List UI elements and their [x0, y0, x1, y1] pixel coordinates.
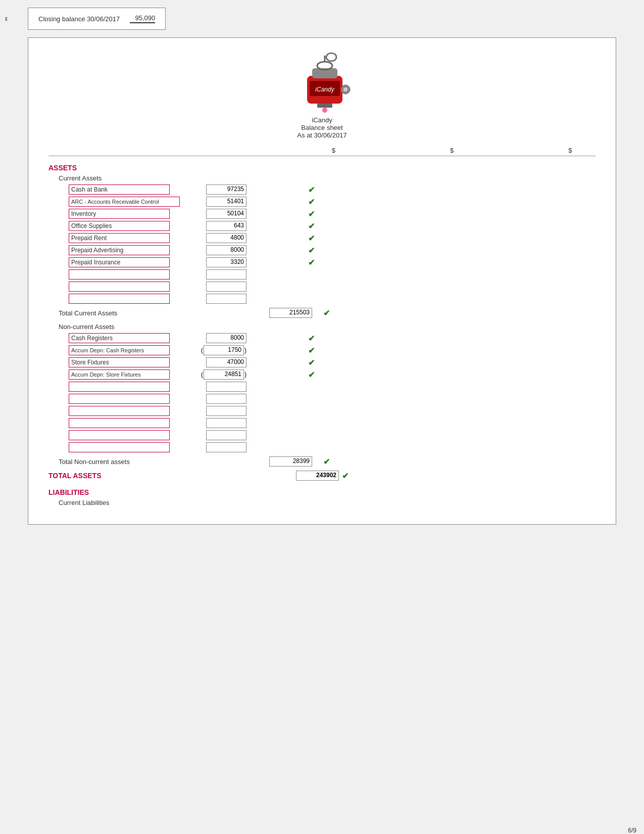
- table-row: ( 1750 ) ✔: [48, 345, 596, 355]
- total-assets-amount[interactable]: 243902: [296, 471, 339, 481]
- col-header-1: $: [308, 147, 359, 154]
- check-total-nc: ✔: [323, 457, 330, 466]
- item-label-input-5[interactable]: [69, 245, 170, 255]
- total-current-assets-label: Total Current Assets: [59, 309, 220, 317]
- current-liabilities-label: Current Liabilities: [59, 499, 596, 506]
- empty-nc-2[interactable]: [69, 394, 170, 404]
- amount-6[interactable]: 3320: [206, 257, 246, 267]
- col-header-2: $: [427, 147, 477, 154]
- page-number-left: ε: [5, 15, 8, 22]
- amount-1[interactable]: 51401: [206, 197, 246, 207]
- nc-amount-1[interactable]: 1750: [204, 345, 244, 355]
- table-row-empty: [48, 394, 596, 404]
- empty-nc-1[interactable]: [69, 382, 170, 392]
- col-header-label: [48, 147, 240, 154]
- table-row: 4800 ✔: [48, 233, 596, 243]
- total-assets-row: TOTAL ASSETS 243902 ✔: [48, 471, 596, 481]
- company-info: iCandy Balance sheet As at 30/06/2017: [297, 116, 346, 139]
- table-row: 3320 ✔: [48, 257, 596, 267]
- nc-label-2[interactable]: [69, 357, 170, 367]
- empty-amount-ca-2[interactable]: [206, 282, 246, 292]
- check-nc-0: ✔: [308, 334, 315, 343]
- amount-5[interactable]: 8000: [206, 245, 246, 255]
- liabilities-header: LIABILITIES: [48, 488, 596, 496]
- svg-point-10: [322, 108, 327, 113]
- svg-text:iCandy: iCandy: [315, 86, 334, 93]
- table-row-empty: [48, 294, 596, 304]
- liabilities-section: LIABILITIES Current Liabilities: [48, 488, 596, 506]
- item-label-input-4[interactable]: [69, 233, 170, 243]
- table-row: 8000 ✔: [48, 245, 596, 255]
- amount-2[interactable]: 50104: [206, 209, 246, 219]
- empty-nc-6[interactable]: [69, 442, 170, 452]
- empty-input-ca-1[interactable]: [69, 269, 170, 280]
- empty-amount-ca-3[interactable]: [206, 294, 246, 304]
- check-4: ✔: [308, 234, 315, 243]
- item-label-input-3[interactable]: [69, 221, 170, 231]
- table-row: 643 ✔: [48, 221, 596, 231]
- non-current-assets-label: Non-current Assets: [59, 323, 596, 331]
- check-nc-1: ✔: [308, 346, 315, 355]
- check-1: ✔: [308, 198, 315, 206]
- table-row-empty: [48, 382, 596, 392]
- check-total-ca: ✔: [323, 309, 330, 317]
- balance-sheet-card: iCandy: [28, 37, 616, 525]
- table-row: ( 24851 ) ✔: [48, 369, 596, 380]
- item-label-input-2[interactable]: [69, 209, 170, 219]
- closing-balance-section: Closing balance 30/06/2017 95,090: [28, 8, 616, 30]
- column-headers: $ $ $: [48, 147, 596, 156]
- table-row: 47000 ✔: [48, 357, 596, 367]
- item-label-input-6[interactable]: [69, 257, 170, 267]
- nc-amount-0[interactable]: 8000: [206, 333, 246, 343]
- empty-nc-5[interactable]: [69, 430, 170, 440]
- empty-input-ca-2[interactable]: [69, 282, 170, 292]
- empty-nc-amount-6[interactable]: [206, 442, 246, 452]
- nc-amount-2[interactable]: 47000: [206, 357, 246, 367]
- check-nc-3: ✔: [308, 370, 315, 379]
- svg-point-8: [343, 87, 348, 91]
- total-non-current-amount[interactable]: 28399: [269, 456, 312, 467]
- check-6: ✔: [308, 258, 315, 267]
- check-2: ✔: [308, 210, 315, 218]
- empty-nc-3[interactable]: [69, 406, 170, 416]
- check-3: ✔: [308, 222, 315, 230]
- nc-label-1[interactable]: [69, 345, 170, 355]
- company-logo: iCandy: [289, 48, 355, 114]
- nc-label-0[interactable]: [69, 333, 170, 343]
- amount-0[interactable]: 97235: [206, 184, 246, 195]
- table-row: 97235 ✔: [48, 184, 596, 195]
- svg-point-6: [326, 53, 336, 61]
- item-label-input-0[interactable]: [69, 184, 170, 195]
- nc-amount-3[interactable]: 24851: [204, 369, 244, 380]
- current-assets-label: Current Assets: [59, 174, 596, 182]
- company-name: iCandy: [297, 116, 346, 124]
- table-row-empty: [48, 418, 596, 428]
- amount-4[interactable]: 4800: [206, 233, 246, 243]
- check-nc-2: ✔: [308, 358, 315, 367]
- table-row-empty: [48, 406, 596, 416]
- item-label-input-1[interactable]: [69, 197, 180, 207]
- page-container: ε Closing balance 30/06/2017 95,090: [0, 8, 644, 834]
- empty-nc-amount-1[interactable]: [206, 382, 246, 392]
- table-row: 8000 ✔: [48, 333, 596, 343]
- col-header-3: $: [545, 147, 596, 154]
- empty-nc-amount-2[interactable]: [206, 394, 246, 404]
- empty-nc-amount-4[interactable]: [206, 418, 246, 428]
- table-row: 50104 ✔: [48, 209, 596, 219]
- logo-area: iCandy: [48, 48, 596, 139]
- empty-amount-ca-1[interactable]: [206, 269, 246, 280]
- empty-nc-amount-3[interactable]: [206, 406, 246, 416]
- empty-nc-amount-5[interactable]: [206, 430, 246, 440]
- assets-header: ASSETS: [48, 164, 596, 172]
- empty-input-ca-3[interactable]: [69, 294, 170, 304]
- amount-3[interactable]: 643: [206, 221, 246, 231]
- empty-nc-4[interactable]: [69, 418, 170, 428]
- total-current-assets-row: Total Current Assets 215503 ✔: [59, 308, 596, 318]
- closing-balance-label: Closing balance 30/06/2017: [38, 15, 120, 23]
- svg-rect-9: [317, 104, 332, 108]
- table-row-empty: [48, 282, 596, 292]
- total-current-assets-amount[interactable]: 215503: [269, 308, 312, 318]
- table-row: 51401 ✔: [48, 197, 596, 207]
- page-number-right: 6/9: [628, 827, 636, 834]
- nc-label-3[interactable]: [69, 369, 170, 380]
